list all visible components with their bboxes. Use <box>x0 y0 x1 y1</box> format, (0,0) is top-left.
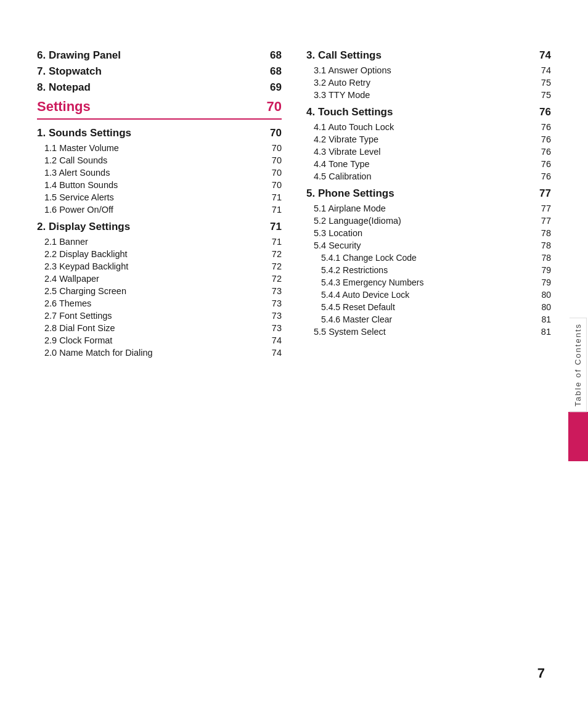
item-page: 70 <box>263 155 282 165</box>
item-title: 5.4.5 Reset Default <box>321 302 395 312</box>
item-page: 76 <box>533 122 551 132</box>
item-title: 3.1 Answer Options <box>314 65 391 75</box>
settings-title: Settings <box>37 99 91 115</box>
list-item: 2.8 Dial Font Size73 <box>37 323 282 333</box>
section4-header: 4. Touch Settings 76 <box>306 106 551 118</box>
list-item: 1.5 Service Alerts71 <box>37 192 282 202</box>
list-item: 4.1 Auto Touch Lock76 <box>306 122 551 132</box>
toc-item-6-title: 6. Drawing Panel <box>37 49 121 62</box>
list-item: 2.1 Banner71 <box>37 237 282 247</box>
item-title: 2.4 Wallpaper <box>44 274 99 284</box>
section4-page: 76 <box>533 106 551 118</box>
item-page: 71 <box>263 192 282 202</box>
item-title: 4.2 Vibrate Type <box>314 134 378 144</box>
item-title: 5.4 Security <box>314 240 361 250</box>
list-item: 2.3 Keypad Backlight72 <box>37 261 282 271</box>
left-column: 6. Drawing Panel 68 7. Stopwatch 68 8. N… <box>37 49 282 360</box>
item-page: 73 <box>263 298 282 308</box>
item-title: 4.4 Tone Type <box>314 159 370 169</box>
list-item: 2.5 Charging Screen73 <box>37 286 282 296</box>
section5-page: 77 <box>533 187 551 200</box>
item-page: 76 <box>533 134 551 144</box>
list-item: 2.4 Wallpaper72 <box>37 274 282 284</box>
item-page: 78 <box>533 253 551 263</box>
section2-items: 2.1 Banner712.2 Display Backlight722.3 K… <box>37 237 282 358</box>
item-page: 70 <box>263 143 282 153</box>
item-title: 2.8 Dial Font Size <box>44 323 115 333</box>
item-page: 78 <box>533 228 551 238</box>
section1-header: 1. Sounds Settings 70 <box>37 127 282 139</box>
list-item: 5.4.1 Change Lock Code78 <box>306 253 551 263</box>
list-item: 2.0 Name Match for Dialing74 <box>37 348 282 358</box>
item-page: 74 <box>263 348 282 358</box>
item-page: 79 <box>533 265 551 275</box>
item-title: 1.4 Button Sounds <box>44 180 118 190</box>
list-item: 4.3 Vibrate Level76 <box>306 147 551 157</box>
section4-items: 4.1 Auto Touch Lock764.2 Vibrate Type764… <box>306 122 551 181</box>
right-column: 3. Call Settings 74 3.1 Answer Options74… <box>306 49 551 360</box>
settings-header: Settings 70 <box>37 99 282 120</box>
section2-title: 2. Display Settings <box>37 221 130 233</box>
item-title: 2.2 Display Backlight <box>44 249 128 259</box>
section1-title: 1. Sounds Settings <box>37 127 131 139</box>
item-title: 2.0 Name Match for Dialing <box>44 348 153 358</box>
item-page: 76 <box>533 147 551 157</box>
item-title: 5.2 Language(Idioma) <box>314 216 401 226</box>
item-title: 1.1 Master Volume <box>44 143 119 153</box>
sidebar-wrapper: Table of Contents <box>568 318 588 461</box>
list-item: 1.1 Master Volume70 <box>37 143 282 153</box>
item-page: 80 <box>533 302 551 312</box>
item-page: 70 <box>263 168 282 178</box>
item-title: 5.3 Location <box>314 228 362 238</box>
item-title: 2.7 Font Settings <box>44 311 112 321</box>
item-page: 80 <box>533 290 551 300</box>
sidebar-label: Table of Contents <box>570 318 587 412</box>
item-page: 81 <box>533 327 551 337</box>
page-number: 7 <box>537 665 545 681</box>
item-page: 73 <box>263 323 282 333</box>
section5-title: 5. Phone Settings <box>306 187 394 200</box>
item-page: 70 <box>263 180 282 190</box>
item-page: 77 <box>533 203 551 213</box>
toc-item-7-title: 7. Stopwatch <box>37 65 102 78</box>
item-title: 2.3 Keypad Backlight <box>44 261 128 271</box>
item-page: 71 <box>263 237 282 247</box>
section2-header: 2. Display Settings 71 <box>37 221 282 233</box>
top-items: 6. Drawing Panel 68 7. Stopwatch 68 8. N… <box>37 49 282 94</box>
item-page: 75 <box>533 78 551 88</box>
section1-items: 1.1 Master Volume701.2 Call Sounds701.3 … <box>37 143 282 215</box>
list-item: 5.4 Security78 <box>306 240 551 250</box>
item-title: 5.4.3 Emergency Numbers <box>321 277 424 287</box>
item-title: 5.4.2 Restrictions <box>321 265 388 275</box>
item-page: 71 <box>263 205 282 215</box>
item-title: 4.3 Vibrate Level <box>314 147 381 157</box>
sidebar-red-tab <box>568 412 588 461</box>
list-item: 1.3 Alert Sounds70 <box>37 168 282 178</box>
list-item: 1.2 Call Sounds70 <box>37 155 282 165</box>
list-item: 2.9 Clock Format74 <box>37 335 282 345</box>
item-page: 79 <box>533 277 551 287</box>
section5-header: 5. Phone Settings 77 <box>306 187 551 200</box>
item-title: 5.4.1 Change Lock Code <box>321 253 417 263</box>
settings-page: 70 <box>263 99 282 115</box>
item-title: 2.5 Charging Screen <box>44 286 126 296</box>
list-item: 5.4.3 Emergency Numbers79 <box>306 277 551 287</box>
item-page: 81 <box>533 314 551 324</box>
item-title: 3.2 Auto Retry <box>314 78 370 88</box>
list-item: 5.1 Airplane Mode77 <box>306 203 551 213</box>
section5-items-after: 5.5 System Select81 <box>306 327 551 337</box>
item-page: 75 <box>533 90 551 100</box>
item-title: 1.6 Power On/Off <box>44 205 113 215</box>
item-page: 73 <box>263 311 282 321</box>
list-item: 2.2 Display Backlight72 <box>37 249 282 259</box>
section4-title: 4. Touch Settings <box>306 106 393 118</box>
toc-item-8: 8. Notepad 69 <box>37 81 282 94</box>
toc-item-7-page: 68 <box>263 65 282 78</box>
item-title: 2.9 Clock Format <box>44 335 112 345</box>
list-item: 5.4.6 Master Clear81 <box>306 314 551 324</box>
section5-subitems-54: 5.4.1 Change Lock Code785.4.2 Restrictio… <box>306 253 551 324</box>
section3-header: 3. Call Settings 74 <box>306 49 551 62</box>
section3-title: 3. Call Settings <box>306 49 382 62</box>
item-page: 77 <box>533 216 551 226</box>
section3-page: 74 <box>533 49 551 62</box>
